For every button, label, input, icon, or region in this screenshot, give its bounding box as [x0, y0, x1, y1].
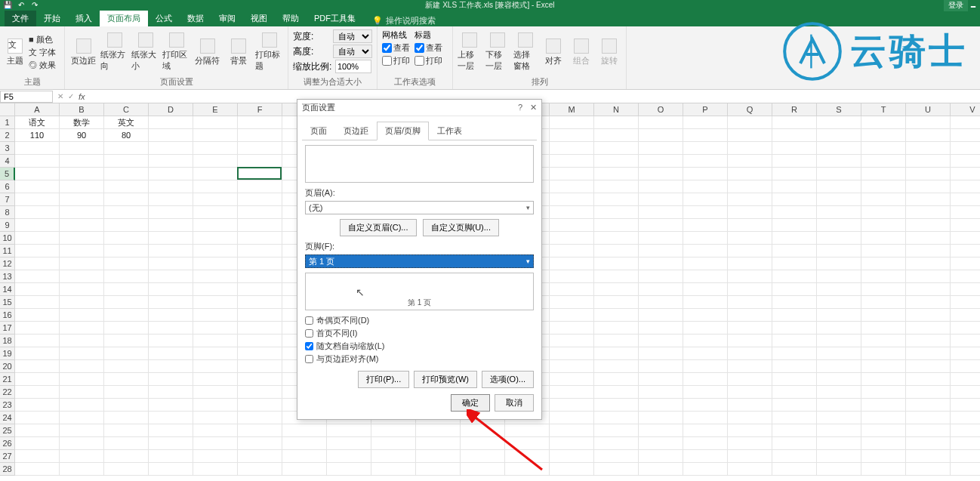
cell[interactable]: [193, 257, 238, 270]
cell[interactable]: [817, 193, 861, 206]
cell[interactable]: [861, 412, 906, 424]
cell[interactable]: [594, 232, 639, 245]
cell[interactable]: [817, 437, 861, 450]
tab-file[interactable]: 文件: [5, 11, 36, 26]
cell[interactable]: [193, 424, 238, 437]
cell[interactable]: [683, 245, 728, 257]
row-header[interactable]: 12: [0, 257, 15, 270]
cell[interactable]: [594, 283, 639, 296]
cell[interactable]: [60, 463, 104, 476]
cell[interactable]: [550, 386, 594, 399]
cell[interactable]: [728, 232, 772, 245]
cell[interactable]: [149, 335, 193, 347]
redo-icon[interactable]: ↷: [30, 2, 39, 9]
cell[interactable]: [238, 283, 282, 296]
cell[interactable]: [550, 116, 594, 129]
chk-scaledoc[interactable]: [305, 342, 313, 350]
cell[interactable]: [238, 386, 282, 399]
cell[interactable]: [104, 270, 149, 283]
cell[interactable]: [193, 270, 238, 283]
cell[interactable]: 90: [60, 129, 104, 142]
cell[interactable]: [15, 142, 60, 155]
cell[interactable]: [683, 116, 728, 129]
save-icon[interactable]: 💾: [3, 2, 12, 9]
cell[interactable]: [639, 412, 683, 424]
cell[interactable]: [193, 335, 238, 347]
cell[interactable]: [15, 180, 60, 193]
cell[interactable]: [683, 399, 728, 412]
cell[interactable]: [772, 257, 817, 270]
cell[interactable]: [104, 335, 149, 347]
cell[interactable]: [238, 129, 282, 142]
row-headers[interactable]: 1234567891011121314151617181920212223242…: [0, 116, 15, 476]
cell[interactable]: [728, 347, 772, 360]
cell[interactable]: [461, 437, 505, 450]
cell[interactable]: [817, 129, 861, 142]
cell[interactable]: [104, 463, 149, 476]
cell[interactable]: [728, 180, 772, 193]
cell[interactable]: [861, 232, 906, 245]
cell[interactable]: [60, 245, 104, 257]
minimize-icon[interactable]: 🗕: [969, 1, 977, 9]
cell[interactable]: [282, 437, 327, 450]
cell[interactable]: [550, 399, 594, 412]
chk-oddeven[interactable]: [305, 316, 313, 325]
cell[interactable]: [951, 347, 980, 360]
cell[interactable]: [60, 219, 104, 232]
cell[interactable]: [550, 270, 594, 283]
cell[interactable]: [683, 296, 728, 309]
cell[interactable]: [772, 219, 817, 232]
cell[interactable]: [594, 309, 639, 322]
cell[interactable]: [60, 168, 104, 180]
cell[interactable]: [817, 116, 861, 129]
cell[interactable]: [104, 142, 149, 155]
cell[interactable]: [15, 206, 60, 219]
cell[interactable]: [149, 219, 193, 232]
cell[interactable]: [817, 283, 861, 296]
cell[interactable]: [15, 373, 60, 386]
col-header[interactable]: N: [594, 103, 639, 116]
cell[interactable]: [60, 142, 104, 155]
cell[interactable]: [371, 437, 416, 450]
cell[interactable]: [683, 373, 728, 386]
cell[interactable]: [817, 142, 861, 155]
cell[interactable]: [416, 437, 461, 450]
cell[interactable]: [817, 335, 861, 347]
cell[interactable]: [104, 412, 149, 424]
col-header[interactable]: A: [15, 103, 60, 116]
cell[interactable]: [639, 386, 683, 399]
cell[interactable]: [728, 373, 772, 386]
cell[interactable]: [461, 463, 505, 476]
cell[interactable]: [728, 360, 772, 373]
align-button[interactable]: 对齐: [541, 39, 566, 66]
col-header[interactable]: U: [906, 103, 951, 116]
themes-button[interactable]: 文 主题: [5, 39, 26, 66]
cell[interactable]: [193, 232, 238, 245]
cell[interactable]: [149, 463, 193, 476]
cell[interactable]: [193, 129, 238, 142]
height-select[interactable]: 自动: [333, 45, 372, 58]
cell[interactable]: [817, 219, 861, 232]
cell[interactable]: [861, 450, 906, 463]
tell-me[interactable]: 💡操作说明搜索: [363, 15, 436, 26]
forward-button[interactable]: 上移一层: [458, 32, 482, 72]
cell[interactable]: [906, 283, 951, 296]
cell[interactable]: [505, 437, 550, 450]
cell[interactable]: [861, 309, 906, 322]
cell[interactable]: [594, 142, 639, 155]
cell[interactable]: 语文: [15, 116, 60, 129]
cell[interactable]: [594, 155, 639, 168]
cell[interactable]: [15, 450, 60, 463]
cell[interactable]: [550, 335, 594, 347]
printarea-button[interactable]: 打印区域: [162, 32, 190, 72]
custom-footer-button[interactable]: 自定义页脚(U)...: [423, 219, 499, 236]
cell[interactable]: [104, 245, 149, 257]
row-header[interactable]: 13: [0, 270, 15, 283]
cell[interactable]: [238, 270, 282, 283]
cell[interactable]: [639, 155, 683, 168]
row-header[interactable]: 2: [0, 129, 15, 142]
cell[interactable]: [60, 424, 104, 437]
cell[interactable]: [772, 386, 817, 399]
cell[interactable]: [238, 309, 282, 322]
cell[interactable]: [60, 155, 104, 168]
